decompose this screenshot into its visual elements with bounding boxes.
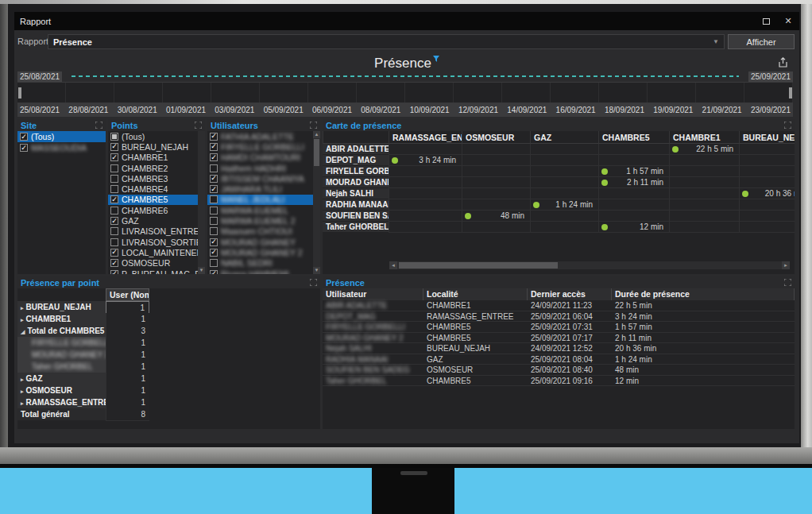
checkbox-icon[interactable]	[20, 144, 28, 152]
expand-arrow-icon[interactable]: ▸	[21, 317, 24, 323]
presence-map-column-header[interactable]: BUREAU_NEJAH	[739, 131, 795, 144]
presence-table-row[interactable]: SOUFIEN BEN SADEGOSMOSEUR25/09/2021 08:4…	[323, 365, 795, 376]
presence-map-cell[interactable]	[389, 199, 462, 211]
checkbox-icon[interactable]	[210, 207, 218, 214]
presence-map-cell[interactable]	[669, 211, 739, 222]
presence-map-cell[interactable]: 48 min	[462, 211, 530, 222]
presence-table-row[interactable]: FIRYELLE GORBELLICHAMBRE525/09/2021 07:3…	[323, 322, 795, 333]
scroll-up-icon[interactable]: ▲	[313, 131, 320, 138]
presence-table-column-header[interactable]: Localité	[423, 288, 528, 300]
presence-table-row[interactable]: Taher GHORBELCHAMBRE525/09/2021 09:1612 …	[323, 376, 795, 387]
checkbox-icon[interactable]	[210, 227, 218, 235]
presence-map-cell[interactable]	[739, 166, 795, 177]
user-item[interactable]: Haithem HADHRI	[207, 163, 320, 173]
presence-map-cell[interactable]	[462, 177, 530, 188]
point-item[interactable]: CHAMBRE1	[108, 153, 205, 163]
presence-map-row-header[interactable]: DEPOT_MAG	[323, 155, 389, 166]
point-item[interactable]: CHAMBRE2	[108, 163, 205, 173]
expand-panel-icon[interactable]	[784, 122, 791, 129]
site-item[interactable]: MASSEOUDIA	[17, 142, 106, 153]
pbp-row-label[interactable]: FIRYELLE GORBELLI	[17, 337, 106, 350]
presence-map-cell[interactable]	[462, 222, 530, 233]
user-item[interactable]: HAMDI CHAMTOURI	[207, 153, 320, 163]
point-item[interactable]: BUREAU_NEJAH	[108, 141, 205, 152]
scrollbar-thumb[interactable]	[399, 262, 558, 269]
checkbox-icon[interactable]	[210, 259, 218, 267]
expand-panel-icon[interactable]	[195, 122, 202, 129]
presence-map-row-header[interactable]: ABIR ADALETTE	[323, 144, 389, 155]
point-item[interactable]: P_BUREAU_MAG_RDC	[108, 269, 205, 274]
report-select[interactable]: Présence ▼	[48, 34, 725, 49]
presence-map-cell[interactable]	[598, 199, 669, 211]
user-item[interactable]: JAWHARA TLILI	[207, 184, 320, 194]
presence-map-cell[interactable]: 1 h 24 min	[530, 199, 598, 211]
presence-table-row[interactable]: Nejah SALHIBUREAU_NEJAH24/09/2021 12:522…	[323, 343, 795, 354]
presence-map-cell[interactable]	[739, 211, 795, 222]
user-item[interactable]: MANEL JEDLALI	[207, 195, 320, 205]
presence-map-cell[interactable]	[598, 188, 669, 199]
point-item[interactable]: (Tous)	[108, 131, 205, 141]
checkbox-icon[interactable]	[210, 270, 218, 275]
pbp-row-label[interactable]: ▸RAMASSAGE_ENTREE	[17, 396, 106, 409]
timeline-chart[interactable]	[17, 82, 793, 103]
user-item[interactable]: NABIL SEDRI	[207, 258, 320, 269]
presence-map-cell[interactable]	[462, 199, 530, 211]
collapse-arrow-icon[interactable]: ◢	[21, 329, 25, 334]
presence-map-row-header[interactable]: SOUFIEN BEN SADEG	[323, 211, 389, 222]
checkbox-icon[interactable]	[210, 164, 218, 172]
presence-map-cell[interactable]	[669, 222, 739, 233]
pbp-row-label[interactable]: ▸OSMOSEUR	[17, 385, 106, 397]
user-item[interactable]: MARWA EUEMEL 2	[207, 215, 320, 226]
checkbox-icon[interactable]	[110, 270, 118, 275]
presence-map-cell[interactable]: 1 h 57 min	[598, 166, 669, 177]
expand-arrow-icon[interactable]: ▸	[21, 305, 24, 311]
checkbox-icon[interactable]	[110, 133, 118, 141]
presence-map-cell[interactable]	[462, 144, 530, 155]
scroll-down-icon[interactable]: ▼	[198, 267, 205, 274]
checkbox-icon[interactable]	[210, 249, 218, 257]
presence-map-cell[interactable]	[530, 211, 598, 222]
presence-map-cell[interactable]: 22 h 5 min	[669, 144, 739, 155]
presence-map-cell[interactable]	[389, 222, 462, 233]
point-item[interactable]: LIVRAISON_ENTREE	[108, 226, 205, 237]
presence-map-column-header[interactable]: GAZ	[530, 131, 598, 144]
user-item[interactable]: MARWA EUEMEL	[207, 205, 320, 215]
pbp-row[interactable]: ◢Total de CHAMBRE53	[17, 325, 149, 337]
presence-table-row[interactable]: MOURAD GHANEY 2CHAMBRE525/09/2021 07:172…	[323, 333, 795, 344]
expand-arrow-icon[interactable]: ▸	[21, 388, 24, 394]
user-item[interactable]: FIRYELLE GORBELLI	[207, 141, 320, 152]
checkbox-icon[interactable]	[110, 153, 118, 161]
pbp-row[interactable]: ▸CHAMBRE11	[17, 313, 149, 325]
scroll-left-icon[interactable]: ◄	[389, 261, 397, 269]
presence-map-cell[interactable]	[739, 199, 795, 211]
presence-map-cell[interactable]	[462, 155, 530, 166]
presence-map-row-header[interactable]: FIRYELLE GORBELLI	[323, 166, 389, 177]
presence-map-cell[interactable]	[739, 144, 795, 155]
checkbox-icon[interactable]	[110, 259, 118, 267]
points-scrollbar[interactable]: ▼	[198, 131, 205, 274]
point-item[interactable]: CHAMBRE6	[108, 205, 205, 215]
expand-panel-icon[interactable]	[310, 279, 317, 286]
users-scrollbar[interactable]: ▲ ▼	[313, 131, 320, 274]
expand-panel-icon[interactable]	[784, 279, 791, 286]
checkbox-icon[interactable]	[110, 143, 118, 151]
pbp-row[interactable]: FIRYELLE GORBELLI1	[17, 337, 149, 349]
expand-arrow-icon[interactable]: ▸	[21, 377, 24, 382]
point-item[interactable]: CHAMBRE5	[108, 195, 205, 205]
pbp-row[interactable]: Taher GHORBEL1	[17, 361, 149, 373]
checkbox-icon[interactable]	[110, 238, 118, 246]
presence-map-cell[interactable]	[669, 188, 739, 199]
presence-map-cell[interactable]	[530, 177, 598, 188]
presence-map-cell[interactable]	[739, 155, 795, 166]
presence-map-cell[interactable]: 2 h 11 min	[598, 177, 669, 188]
point-item[interactable]: GAZ	[108, 215, 205, 226]
presence-map-cell[interactable]	[530, 155, 598, 166]
export-icon[interactable]	[778, 57, 788, 68]
user-item[interactable]: Maaouen CHTIOUI	[207, 226, 320, 237]
site-item[interactable]: (Tous)	[17, 131, 106, 142]
presence-map-cell[interactable]	[389, 188, 462, 199]
presence-table-row[interactable]: ABIR ADALETTECHAMBRE124/09/2021 11:2322 …	[323, 300, 795, 311]
pbp-row[interactable]: ▸GAZ1	[17, 373, 149, 385]
window-titlebar[interactable]: Rapport ✕	[14, 12, 799, 30]
presence-map-column-header[interactable]: OSMOSEUR	[462, 131, 530, 144]
